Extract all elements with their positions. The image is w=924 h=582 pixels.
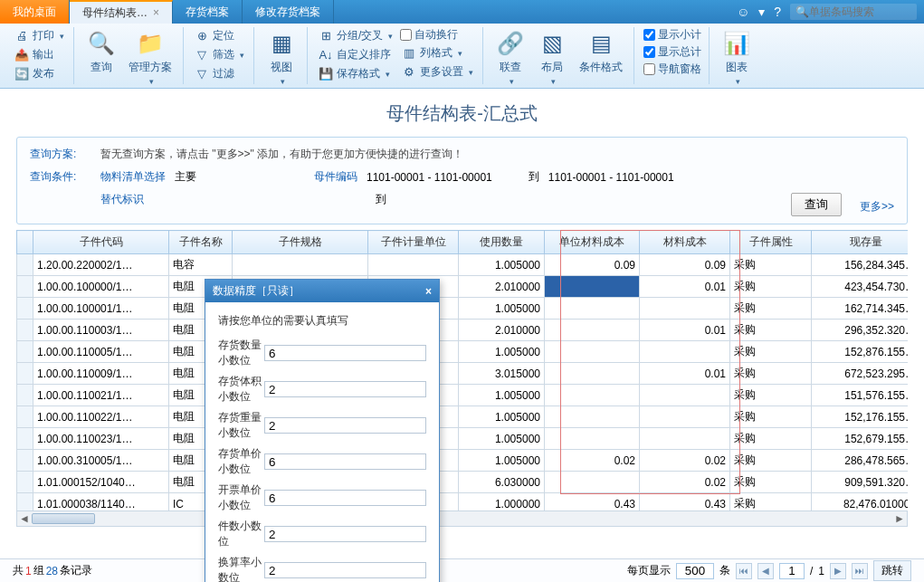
col-unit[interactable]: 子件计量单位 [368,231,459,254]
row-header[interactable] [17,493,33,511]
cell-code[interactable]: 1.00.00.100001/1… [33,298,169,320]
row-header[interactable] [17,428,33,450]
cell-code[interactable]: 1.00.00.110009/1… [33,363,169,385]
cell-ucost[interactable] [545,406,640,428]
page-last-button[interactable]: ⏭ [852,563,868,579]
cell-cost[interactable] [640,385,730,406]
cell-cost[interactable]: 0.02 [640,472,730,493]
autowrap-check[interactable]: 自动换行 [400,27,475,43]
cell-code[interactable]: 1.00.00.110005/1… [33,341,169,363]
row-header[interactable] [17,276,33,298]
table-row[interactable]: 1.00.00.100000/1… 电阻 2.010000 0.01 采购 42… [17,276,909,298]
cell-code[interactable]: 1.20.00.220002/1… [33,254,169,276]
page-jump-button[interactable]: 跳转 [873,560,911,581]
row-header[interactable] [17,254,33,276]
cell-attr[interactable]: 采购 [730,406,812,428]
cell-cost[interactable] [640,298,730,320]
cell-qty[interactable]: 1.005000 [459,406,545,428]
scroll-track[interactable] [32,513,892,524]
horizontal-scrollbar[interactable]: ◄ ► [16,510,908,527]
table-row[interactable]: 1.00.00.110009/1… 电阻 3.015000 0.01 采购 67… [17,363,909,385]
view-button[interactable]: ▦视图 [263,27,300,88]
moreset-button[interactable]: ⚙更多设置 [400,63,475,81]
scroll-left-icon[interactable]: ◄ [17,512,32,525]
cell-stock[interactable]: 82,476.010000 [812,493,909,511]
query-button[interactable]: 🔍查询 [83,27,119,77]
col-cost[interactable]: 材料成本 [640,231,730,254]
cell-spec[interactable] [233,254,368,276]
cell-ucost[interactable] [545,363,640,385]
page-prev-button[interactable]: ◀ [757,563,774,579]
save-format-button[interactable]: 💾保存格式 [317,65,395,82]
col-name[interactable]: 子件名称 [169,231,233,254]
cell-ucost[interactable]: 0.09 [545,254,640,276]
cell-unit[interactable] [368,254,459,276]
col-qty[interactable]: 使用数量 [459,231,545,254]
group-button[interactable]: ⊞分组/交叉 [317,27,395,44]
navpane-checkbox[interactable] [643,63,655,75]
row-header[interactable] [17,298,33,320]
locate-button[interactable]: ⊕定位 [193,27,246,44]
output-button[interactable]: 📤输出 [13,46,66,63]
cell-name[interactable]: 电容 [169,254,233,276]
navpane-check[interactable]: 导航窗格 [643,62,701,77]
cell-ucost[interactable] [545,428,640,450]
contact-button[interactable]: 🔗联查 [492,27,529,88]
plan-button[interactable]: 📁管理方案 [125,27,176,88]
cell-qty[interactable]: 3.015000 [459,363,545,385]
cell-cost[interactable]: 0.43 [640,493,730,511]
cell-attr[interactable]: 采购 [730,385,812,406]
row-header[interactable] [17,363,33,385]
cell-ucost[interactable] [545,341,640,363]
tab-edit-inventory[interactable]: 修改存货档案 [243,0,334,24]
col-ucost[interactable]: 单位材料成本 [545,231,640,254]
col-stock[interactable]: 现存量 [812,231,909,254]
cell-cost[interactable]: 0.01 [640,320,730,341]
cell-qty[interactable]: 1.005000 [459,385,545,406]
scroll-right-icon[interactable]: ► [892,512,907,525]
cell-attr[interactable]: 采购 [730,341,812,363]
filter2-button[interactable]: ▽过滤 [193,65,246,82]
cell-stock[interactable]: 672,523.295… [812,363,909,385]
total-check[interactable]: 显示总计 [643,44,701,60]
table-row[interactable]: 1.01.000038/1140… IC 1.000000 0.43 0.43 … [17,493,909,511]
cell-attr[interactable]: 采购 [730,428,812,450]
cell-qty[interactable]: 1.005000 [459,254,545,276]
query-more-link[interactable]: 更多>> [860,199,894,215]
cell-qty[interactable]: 1.005000 [459,428,545,450]
cell-stock[interactable]: 152,176.155… [812,406,909,428]
cell-cost[interactable]: 0.09 [640,254,730,276]
dropdown-icon[interactable]: ▾ [758,5,765,19]
cell-attr[interactable]: 采购 [730,472,812,493]
cell-qty[interactable]: 1.000000 [459,493,545,511]
cell-code[interactable]: 1.00.00.110023/1… [33,428,169,450]
cell-stock[interactable]: 152,876.155… [812,341,909,363]
table-row[interactable]: 1.00.00.100001/1… 电阻 1.005000 采购 162,714… [17,298,909,320]
autowrap-checkbox[interactable] [400,29,412,41]
total-checkbox[interactable] [643,46,655,58]
cell-ucost[interactable]: 0.02 [545,450,640,472]
cell-ucost[interactable] [545,472,640,493]
row-header[interactable] [17,341,33,363]
cell-stock[interactable]: 296,352.320… [812,320,909,341]
cell-attr[interactable]: 采购 [730,298,812,320]
cell-cost[interactable] [640,341,730,363]
cell-code[interactable]: 1.00.00.110022/1… [33,406,169,428]
cell-code[interactable]: 1.01.000038/1140… [33,493,169,511]
cell-stock[interactable]: 151,576.155… [812,385,909,406]
page-first-button[interactable]: ⏮ [736,563,752,579]
table-row[interactable]: 1.00.00.110005/1… 电阻 1.005000 采购 152,876… [17,341,909,363]
table-row[interactable]: 1.00.00.110022/1… 电阻 1.005000 采购 152,176… [17,406,909,428]
page-next-button[interactable]: ▶ [830,563,846,579]
colfmt-button[interactable]: ▥列格式 [400,44,475,62]
cell-attr[interactable]: 采购 [730,450,812,472]
f6-input[interactable] [264,526,426,542]
dialog-titlebar[interactable]: 数据精度［只读］ × [205,280,439,302]
cell-attr[interactable]: 采购 [730,363,812,385]
dialog-close-icon[interactable]: × [425,285,432,298]
cell-ucost[interactable] [545,298,640,320]
f7-input[interactable] [264,562,426,578]
cell-stock[interactable]: 152,679.155… [812,428,909,450]
page-size-input[interactable] [676,563,714,579]
col-attr[interactable]: 子件属性 [730,231,812,254]
